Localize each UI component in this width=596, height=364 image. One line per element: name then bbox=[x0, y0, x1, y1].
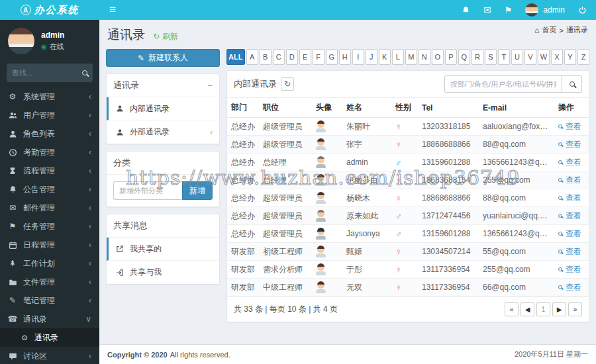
alpha-filter[interactable]: O bbox=[432, 49, 444, 65]
sidebar-item-workplan[interactable]: 工作计划 ‹ bbox=[0, 254, 99, 273]
new-contact-button[interactable]: ✎ 新建联系人 bbox=[106, 49, 220, 67]
refresh-icon[interactable]: ↻ bbox=[281, 77, 294, 91]
sidebar-item-announcements[interactable]: 公告管理 ‹ bbox=[0, 180, 99, 199]
power-icon bbox=[578, 6, 587, 15]
new-category-input[interactable] bbox=[113, 181, 182, 200]
sidebar-item-workflow[interactable]: 流程管理 ‹ bbox=[0, 161, 99, 180]
alpha-filter[interactable]: Z bbox=[577, 49, 589, 65]
logout-button[interactable] bbox=[578, 6, 587, 15]
first-page-button[interactable]: « bbox=[505, 302, 519, 316]
view-button[interactable]: 查看 bbox=[558, 228, 581, 240]
view-button[interactable]: 查看 bbox=[558, 264, 581, 275]
view-button[interactable]: 查看 bbox=[558, 175, 581, 186]
alpha-filter[interactable]: N bbox=[419, 49, 430, 65]
alpha-filter[interactable]: B bbox=[260, 49, 272, 65]
alpha-filter[interactable]: X bbox=[551, 49, 563, 65]
chevron-left-icon: ‹ bbox=[210, 128, 213, 137]
alpha-filter[interactable]: J bbox=[366, 49, 377, 65]
alpha-filter[interactable]: S bbox=[485, 49, 497, 65]
breadcrumb: ⌂ 首页 > 通讯录 bbox=[534, 25, 588, 35]
comment-icon bbox=[8, 352, 17, 361]
user-menu[interactable]: admin bbox=[525, 3, 565, 17]
alpha-filter-all[interactable]: ALL bbox=[226, 49, 245, 65]
alpha-filter[interactable]: A bbox=[246, 49, 258, 65]
view-button[interactable]: 查看 bbox=[558, 210, 581, 222]
view-button[interactable]: 查看 bbox=[558, 157, 581, 168]
chevron-left-icon: ‹ bbox=[89, 185, 91, 194]
next-page-button[interactable]: ▶ bbox=[552, 302, 566, 316]
table-row: 总经办 总经理 伊丽莎白 ♀ 18683688154 255@qq.com 查看 bbox=[227, 171, 589, 189]
collapse-icon[interactable]: − bbox=[207, 81, 213, 91]
alpha-filter[interactable]: T bbox=[498, 49, 510, 65]
alpha-filter[interactable]: F bbox=[313, 49, 324, 65]
shared-by-me-item[interactable]: 我共享的 bbox=[107, 238, 219, 261]
sidebar-item-system[interactable]: ⚙ 系统管理 ‹ bbox=[0, 87, 99, 106]
alpha-filter[interactable]: U bbox=[511, 49, 523, 65]
gender-icon: ♀ bbox=[395, 175, 402, 185]
alpha-filter[interactable]: P bbox=[445, 49, 457, 65]
external-contacts-item[interactable]: 外部通讯录 ‹ bbox=[107, 120, 219, 144]
add-category-button[interactable]: 新增 bbox=[182, 181, 213, 200]
alpha-filter[interactable]: V bbox=[524, 49, 536, 65]
alpha-filter[interactable]: I bbox=[352, 49, 364, 65]
sidebar-item-forum[interactable]: 讨论区 ‹ bbox=[0, 347, 99, 364]
app-logo[interactable]: A 办公系统 bbox=[0, 0, 99, 20]
alpha-filter[interactable]: W bbox=[538, 49, 550, 65]
sidebar-item-mail[interactable]: ✉ 邮件管理 ‹ bbox=[0, 199, 99, 217]
prev-page-button[interactable]: ◀ bbox=[521, 302, 534, 316]
sidebar-subitem-contacts[interactable]: ⊙ 通讯录 bbox=[0, 328, 99, 347]
chevron-left-icon: ‹ bbox=[89, 277, 91, 287]
share-icon bbox=[115, 245, 124, 253]
logo-badge-icon: A bbox=[21, 5, 31, 15]
tree-icon bbox=[8, 259, 17, 267]
contact-avatar bbox=[316, 210, 326, 222]
sign-in-icon bbox=[115, 269, 124, 277]
alpha-filter[interactable]: R bbox=[472, 49, 483, 65]
shared-with-me-item[interactable]: 共享与我 bbox=[107, 261, 219, 284]
flag-icon: ⚑ bbox=[505, 5, 513, 15]
view-button[interactable]: 查看 bbox=[558, 246, 581, 257]
alpha-filter[interactable]: M bbox=[405, 49, 417, 65]
sidebar-item-contacts[interactable]: ☎ 通讯录 ∨ bbox=[0, 310, 99, 328]
search-icon bbox=[570, 81, 575, 87]
breadcrumb-home-link[interactable]: 首页 bbox=[542, 25, 557, 35]
refresh-button[interactable]: ↻ 刷新 bbox=[153, 31, 178, 42]
sidebar-item-attendance[interactable]: 考勤管理 ‹ bbox=[0, 143, 99, 161]
page-title: 通讯录 bbox=[107, 26, 145, 44]
alpha-filter[interactable]: H bbox=[339, 49, 351, 65]
notifications-button[interactable] bbox=[462, 6, 470, 15]
alpha-filter[interactable]: L bbox=[392, 49, 404, 65]
view-button[interactable]: 查看 bbox=[558, 282, 581, 293]
table-search-input[interactable] bbox=[444, 75, 562, 93]
gender-icon: ♂ bbox=[395, 229, 402, 239]
messages-button[interactable]: ✉ bbox=[483, 5, 491, 15]
alpha-filter[interactable]: Y bbox=[564, 49, 576, 65]
bell-icon bbox=[462, 6, 470, 15]
sidebar-search-input[interactable] bbox=[12, 69, 82, 77]
table-search-button[interactable] bbox=[562, 75, 582, 93]
contacts-table: 部门 职位 头像 姓名 性别 Tel E-mail 操作 总经办 bbox=[227, 98, 589, 296]
sidebar-toggle-button[interactable]: ≡ bbox=[99, 0, 126, 20]
view-button[interactable]: 查看 bbox=[558, 139, 581, 150]
tasks-button[interactable]: ⚑ bbox=[505, 5, 513, 15]
sidebar-item-tasks[interactable]: ⚑ 任务管理 ‹ bbox=[0, 217, 99, 236]
sidebar-item-users[interactable]: 用户管理 ‹ bbox=[0, 106, 99, 124]
last-page-button[interactable]: » bbox=[568, 302, 582, 316]
view-button[interactable]: 查看 bbox=[558, 121, 581, 132]
phone-icon: ☎ bbox=[8, 314, 17, 324]
alpha-filter[interactable]: K bbox=[379, 49, 391, 65]
alpha-filter[interactable]: G bbox=[326, 49, 338, 65]
search-icon[interactable] bbox=[82, 70, 87, 75]
alpha-filter[interactable]: C bbox=[273, 49, 285, 65]
sidebar-item-roles[interactable]: 角色列表 ‹ bbox=[0, 124, 99, 143]
alpha-filter[interactable]: E bbox=[299, 49, 311, 65]
view-button[interactable]: 查看 bbox=[558, 193, 581, 204]
sidebar-item-files[interactable]: 文件管理 ‹ bbox=[0, 273, 99, 291]
sidebar-item-notes[interactable]: ✎ 笔记管理 ‹ bbox=[0, 291, 99, 310]
alpha-filter[interactable]: D bbox=[286, 49, 298, 65]
sidebar-item-schedule[interactable]: 日程管理 ‹ bbox=[0, 236, 99, 254]
alpha-filter[interactable]: Q bbox=[458, 49, 470, 65]
internal-contacts-item[interactable]: 内部通讯录 bbox=[107, 97, 219, 120]
gender-icon: ♀ bbox=[395, 283, 402, 293]
home-icon: ⌂ bbox=[534, 26, 539, 35]
